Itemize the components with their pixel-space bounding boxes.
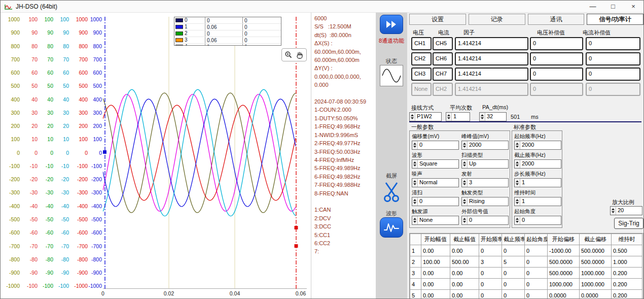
seq-row[interactable]: 2100.00500.00350500.0000500.00001.000 — [410, 256, 642, 268]
y-tick: 50 — [39, 83, 53, 89]
zoom-in-icon[interactable] — [284, 51, 293, 59]
voltage-comp-input[interactable]: 0 — [530, 52, 583, 65]
standard-field-spinner[interactable]: 0 — [514, 216, 561, 225]
general-field-spinner[interactable]: 0 — [412, 141, 459, 150]
maximize-button[interactable]: □ — [603, 1, 623, 12]
scissors-icon[interactable] — [381, 180, 402, 203]
sig-trig-button[interactable]: Sig-Trig — [614, 218, 643, 229]
current-comp-input[interactable]: 0 — [586, 52, 640, 65]
minimize-button[interactable]: — — [583, 1, 603, 12]
spinner-arrows-icon[interactable] — [412, 160, 418, 168]
seq-row[interactable]: 40.000.000001000.0001000.0000.200 — [410, 279, 642, 290]
y-tick: 30 — [39, 110, 53, 116]
voltage-comp-input[interactable]: 0 — [530, 83, 583, 96]
spinner-arrows-icon[interactable] — [462, 141, 468, 149]
y-tick: -1000 — [87, 283, 102, 289]
seq-cell: 500.0000 — [580, 245, 612, 256]
spinner-arrows-icon[interactable] — [412, 197, 418, 206]
general-field-spinner[interactable]: Square — [412, 159, 459, 169]
field-label: 截止频率(Hz) — [514, 152, 561, 159]
spinner-arrows-icon[interactable] — [410, 113, 415, 121]
voltage-comp-input[interactable]: 0 — [530, 68, 583, 81]
voltage-channel-select[interactable]: CH3 — [411, 68, 432, 81]
voltage-channel-select[interactable]: None — [411, 83, 432, 96]
spinner-arrows-icon[interactable] — [462, 197, 468, 206]
spinner-arrows-icon[interactable] — [515, 179, 520, 187]
spinner-arrows-icon[interactable] — [611, 207, 616, 215]
run-fast-button[interactable] — [380, 15, 403, 34]
spinner-arrows-icon[interactable] — [515, 160, 520, 168]
general-field-spinner[interactable]: 0 — [461, 216, 509, 225]
factor-input[interactable]: 1.414214 — [455, 52, 528, 65]
wiring-mode-label: 接线方式 — [411, 104, 434, 112]
general-field-spinner[interactable]: 0 — [412, 197, 459, 206]
general-field-spinner-value: 0 — [468, 216, 508, 224]
tab-comm[interactable]: 通讯 — [528, 14, 585, 25]
spinner-arrows-icon[interactable] — [462, 160, 468, 168]
tab-record[interactable]: 记录 — [469, 14, 525, 25]
spinner-arrows-icon[interactable] — [412, 179, 418, 187]
average-count-spinner[interactable]: 1 — [446, 112, 470, 121]
general-field-spinner[interactable]: Normal — [412, 178, 459, 187]
factor-input[interactable]: 1.414214 — [455, 68, 528, 81]
voltage-channel-select[interactable]: CH1 — [411, 37, 432, 50]
y-tick: -30 — [55, 190, 69, 195]
zoom-scale-spinner[interactable]: 20 — [610, 206, 642, 215]
pa-dt-value: 32 — [485, 113, 506, 121]
spinner-arrows-icon[interactable] — [462, 179, 468, 187]
status-waveform-button[interactable] — [380, 65, 403, 86]
cursor-right-handle-2[interactable] — [295, 244, 298, 248]
current-channel-select[interactable]: CH6 — [433, 52, 453, 65]
factor-input[interactable]: 1.414214 — [455, 83, 528, 96]
voltage-channel-select[interactable]: CH2 — [411, 52, 432, 65]
general-field-spinner[interactable]: 3 — [461, 178, 509, 187]
spinner-arrows-icon[interactable] — [446, 113, 452, 121]
tab-settings[interactable]: 设置 — [409, 14, 466, 25]
y-tick: 90 — [23, 30, 38, 36]
spinner-arrows-icon[interactable] — [462, 216, 468, 224]
y-tick: -300 — [87, 190, 102, 195]
spinner-arrows-icon[interactable] — [412, 141, 418, 149]
spinner-arrows-icon[interactable] — [480, 113, 485, 121]
seq-header-cell: 开始频率 — [479, 234, 502, 245]
spinner-arrows-icon[interactable] — [515, 216, 520, 224]
spinner-arrows-icon[interactable] — [412, 216, 418, 224]
current-channel-select[interactable]: CH7 — [433, 68, 453, 81]
seq-row[interactable]: 50.000.000000.00000.00000.200 — [410, 290, 642, 299]
standard-field-spinner[interactable]: 2000 — [514, 141, 561, 150]
current-comp-input[interactable]: 0 — [586, 37, 640, 50]
spinner-arrows-icon[interactable] — [515, 141, 520, 149]
waveform-canvas[interactable] — [103, 17, 307, 289]
seq-cell: 0.0000 — [580, 290, 612, 299]
info-line: S/S :12.500M — [314, 22, 376, 30]
seq-row[interactable]: 10.000.00000-1000.00500.00000.500 — [410, 245, 642, 256]
tab-signal-power[interactable]: 信号/功率计 — [587, 14, 643, 25]
current-channel-select[interactable]: CH2 — [433, 83, 453, 96]
plot-area[interactable]: 00010.06020030.060400 — [103, 17, 307, 289]
factor-input[interactable]: 1.414214 — [455, 37, 528, 50]
cursor-right-handle[interactable] — [295, 226, 298, 229]
waveform-button[interactable] — [380, 217, 403, 238]
seq-row[interactable]: 30.000.00000500.00001000.0000.200 — [410, 268, 642, 279]
standard-field-spinner[interactable]: 1 — [514, 178, 561, 187]
close-button[interactable]: × — [623, 1, 643, 12]
current-comp-input[interactable]: 0 — [586, 83, 640, 96]
y-tick: 20 — [23, 123, 38, 129]
general-field-spinner[interactable]: 2000 — [461, 141, 509, 150]
spinner-arrows-icon[interactable] — [515, 197, 520, 206]
pan-hand-icon[interactable] — [296, 51, 304, 59]
voltage-comp-input[interactable]: 0 — [530, 37, 583, 50]
standard-field-spinner[interactable]: 2000 — [514, 159, 561, 169]
y-tick: -40 — [39, 204, 53, 209]
general-field-spinner[interactable]: None — [412, 216, 459, 225]
current-channel-select[interactable]: CH5 — [433, 37, 453, 50]
standard-field-spinner-value: 1 — [520, 179, 561, 187]
cursor-left-handle[interactable] — [103, 150, 106, 154]
pa-dt-spinner[interactable]: 32 — [479, 112, 507, 121]
wiring-mode-spinner[interactable]: P1W2 — [409, 112, 442, 121]
general-field-spinner[interactable]: Up — [461, 159, 509, 169]
current-comp-input[interactable]: 0 — [586, 68, 640, 81]
general-field-spinner[interactable]: Rising — [461, 197, 509, 206]
seq-header-cell: 起始角度 — [525, 234, 548, 245]
standard-field-spinner[interactable]: 1 — [514, 197, 561, 206]
